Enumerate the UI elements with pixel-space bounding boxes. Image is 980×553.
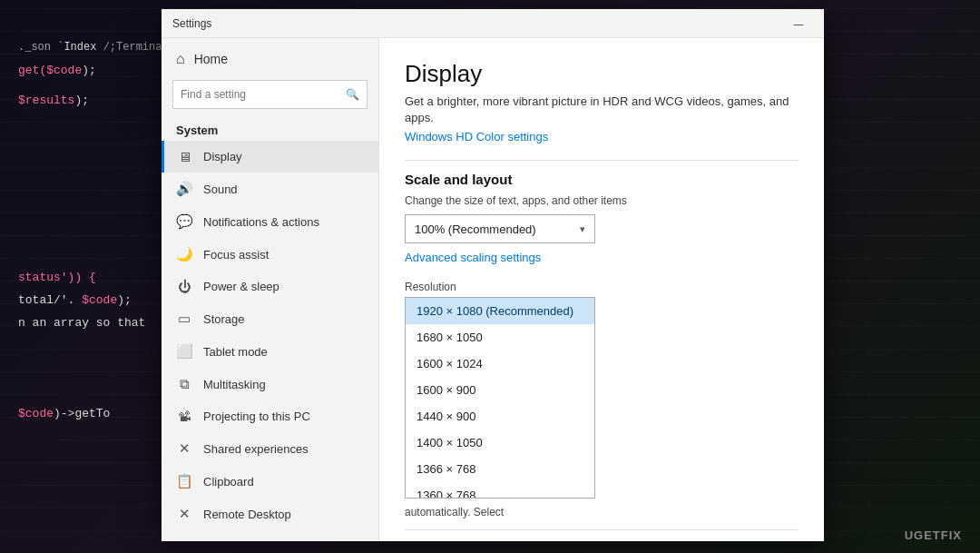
display-icon: 🖥: [176, 149, 192, 164]
auto-text: automatically. Select: [405, 506, 786, 518]
sidebar-item-focus-label: Focus assist: [203, 248, 269, 262]
sidebar-item-display-label: Display: [203, 150, 242, 163]
resolution-label: Resolution: [405, 281, 799, 293]
sidebar-item-shared[interactable]: ✕ Shared experiences: [162, 432, 378, 465]
resolution-item-3[interactable]: 1600 × 900: [406, 377, 594, 403]
storage-icon: ▭: [176, 311, 192, 327]
sidebar-item-sound[interactable]: 🔊 Sound: [162, 173, 378, 205]
sidebar-home[interactable]: ⌂ Home: [162, 38, 378, 80]
sidebar-item-storage[interactable]: ▭ Storage: [162, 302, 378, 335]
sidebar-item-sound-label: Sound: [203, 183, 238, 196]
notifications-icon: 💬: [176, 213, 192, 230]
resolution-item-4[interactable]: 1440 × 900: [406, 403, 594, 430]
sidebar-item-notifications[interactable]: 💬 Notifications & actions: [162, 205, 378, 238]
content-pane: Display Get a brighter, more vibrant pic…: [379, 38, 824, 541]
sidebar-item-remote[interactable]: ✕ Remote Desktop: [162, 498, 378, 530]
page-title: Display: [405, 60, 799, 88]
sidebar-item-focus[interactable]: 🌙 Focus assist: [162, 238, 378, 271]
sidebar-item-display[interactable]: 🖥 Display: [162, 141, 378, 173]
sidebar: ⌂ Home 🔍 System 🖥 Display 🔊 Sound 💬 Noti…: [162, 38, 379, 541]
resolution-item-2[interactable]: 1600 × 1024: [406, 351, 594, 377]
search-input[interactable]: [181, 88, 346, 101]
minimize-button[interactable]: —: [784, 9, 813, 38]
divider-2: [405, 529, 799, 530]
resolution-dropdown: 1920 × 1080 (Recommended) 1680 × 1050 16…: [405, 297, 595, 499]
settings-window: Settings — ⌂ Home 🔍 System 🖥 Display 🔊: [162, 9, 824, 541]
resolution-item-5[interactable]: 1400 × 1050: [406, 430, 594, 456]
sidebar-item-projecting-label: Projecting to this PC: [203, 410, 310, 423]
sidebar-item-shared-label: Shared experiences: [203, 442, 309, 456]
clipboard-icon: 📋: [176, 473, 192, 489]
resolution-item-7[interactable]: 1360 × 768: [406, 482, 594, 498]
divider-1: [405, 160, 799, 161]
sidebar-item-projecting[interactable]: 📽 Projecting to this PC: [162, 400, 378, 432]
window-title: Settings: [172, 17, 211, 30]
scale-section-title: Scale and layout: [405, 172, 799, 187]
title-bar: Settings —: [162, 9, 824, 38]
shared-icon: ✕: [176, 440, 192, 457]
resolution-item-6[interactable]: 1366 × 768: [406, 456, 594, 482]
sidebar-item-tablet[interactable]: ⬜ Tablet mode: [162, 335, 378, 368]
sound-icon: 🔊: [176, 181, 192, 197]
scale-dropdown[interactable]: 100% (Recommended) ▾: [405, 214, 595, 243]
sidebar-home-label: Home: [194, 52, 228, 66]
title-controls: —: [784, 9, 813, 38]
sidebar-item-clipboard[interactable]: 📋 Clipboard: [162, 465, 378, 498]
multitasking-icon: ⧉: [176, 376, 192, 392]
focus-icon: 🌙: [176, 246, 192, 262]
scale-value: 100% (Recommended): [415, 222, 580, 236]
resolution-item-1[interactable]: 1680 × 1050: [406, 324, 594, 351]
tablet-icon: ⬜: [176, 343, 192, 360]
advanced-scaling-link[interactable]: Advanced scaling settings: [405, 251, 799, 264]
scale-desc: Change the size of text, apps, and other…: [405, 194, 799, 207]
projecting-icon: 📽: [176, 409, 192, 424]
remote-icon: ✕: [176, 506, 192, 522]
home-icon: ⌂: [176, 51, 185, 67]
hd-color-link[interactable]: Windows HD Color settings: [405, 130, 799, 143]
sidebar-item-tablet-label: Tablet mode: [203, 345, 268, 359]
sidebar-item-multitasking[interactable]: ⧉ Multitasking: [162, 368, 378, 400]
sidebar-item-remote-label: Remote Desktop: [203, 508, 291, 521]
sidebar-item-power-label: Power & sleep: [203, 280, 279, 293]
sidebar-section-label: System: [162, 116, 378, 141]
sidebar-item-clipboard-label: Clipboard: [203, 475, 254, 489]
sidebar-item-notifications-label: Notifications & actions: [203, 215, 319, 229]
sidebar-item-power[interactable]: ⏻ Power & sleep: [162, 271, 378, 302]
window-body: ⌂ Home 🔍 System 🖥 Display 🔊 Sound 💬 Noti…: [162, 38, 824, 541]
search-icon: 🔍: [346, 88, 359, 101]
resolution-item-0[interactable]: 1920 × 1080 (Recommended): [406, 298, 594, 324]
resolution-list-scroll[interactable]: 1920 × 1080 (Recommended) 1680 × 1050 16…: [406, 298, 594, 498]
power-icon: ⏻: [176, 279, 192, 294]
chevron-down-icon: ▾: [580, 223, 585, 235]
page-subtitle: Get a brighter, more vibrant picture in …: [405, 94, 799, 126]
watermark: UGETFIX: [905, 528, 962, 542]
search-box[interactable]: 🔍: [172, 80, 368, 109]
sidebar-item-multitasking-label: Multitasking: [203, 378, 266, 391]
sidebar-item-storage-label: Storage: [203, 312, 245, 326]
